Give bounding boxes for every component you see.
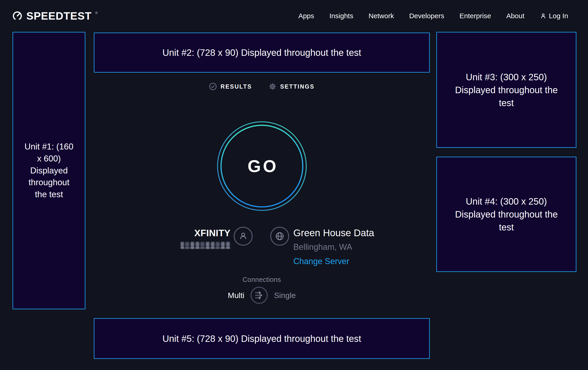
tab-results[interactable]: RESULTS [209, 83, 252, 90]
user-icon [540, 12, 547, 19]
ad-unit-4-text: Unit #4: (300 x 250) Displayed throughou… [454, 195, 558, 234]
change-server-link[interactable]: Change Server [293, 257, 374, 266]
tab-settings-label: SETTINGS [280, 83, 315, 90]
speedtest-logo[interactable]: SPEEDTEST ® [12, 11, 98, 21]
top-nav-bar: SPEEDTEST ® Apps Insights Network Develo… [0, 0, 588, 32]
server-info: Green House Data Bellingham, WA Change S… [293, 228, 374, 266]
gear-icon [269, 83, 276, 90]
nav-item-insights[interactable]: Insights [329, 12, 353, 20]
check-circle-icon [209, 83, 217, 90]
server-badge [270, 227, 289, 246]
isp-badge [234, 227, 253, 246]
connections-toggle-icon[interactable] [250, 287, 268, 304]
speedtest-page: SPEEDTEST ® Apps Insights Network Develo… [0, 0, 588, 370]
trademark-symbol: ® [95, 11, 98, 15]
connections-single-option[interactable]: Single [274, 291, 296, 300]
server-name: Green House Data [293, 228, 374, 239]
ad-unit-2-text: Unit #2: (728 x 90) Displayed throughout… [162, 46, 361, 59]
nav-item-apps[interactable]: Apps [298, 12, 314, 20]
logo-wordmark: SPEEDTEST [26, 11, 92, 21]
ad-unit-1-skyscraper[interactable]: Unit #1: (160 x 600) Displayed throughou… [12, 32, 85, 309]
login-label: Log In [549, 12, 568, 20]
connections-toggle-row: Multi Single [94, 287, 430, 304]
nav-item-about[interactable]: About [506, 12, 524, 20]
go-button[interactable]: GO [217, 121, 307, 211]
view-tabs: RESULTS [94, 83, 430, 90]
ad-unit-1-text: Unit #1: (160 x 600) Displayed throughou… [23, 141, 75, 200]
ad-unit-4-rectangle[interactable]: Unit #4: (300 x 250) Displayed throughou… [436, 157, 577, 272]
nav-item-enterprise[interactable]: Enterprise [459, 12, 491, 20]
nav-menu: Apps Insights Network Developers Enterpr… [298, 12, 568, 20]
ad-unit-2-leaderboard[interactable]: Unit #2: (728 x 90) Displayed throughout… [94, 32, 430, 73]
nav-item-developers[interactable]: Developers [409, 12, 444, 20]
tab-settings[interactable]: SETTINGS [269, 83, 315, 90]
go-button-label: GO [245, 156, 278, 176]
login-button[interactable]: Log In [540, 12, 568, 20]
speedometer-gauge-icon [12, 11, 23, 21]
globe-icon [274, 231, 285, 241]
connections-multi-option[interactable]: Multi [228, 291, 244, 300]
isp-name: XFINITY [166, 228, 231, 238]
ad-unit-3-rectangle[interactable]: Unit #3: (300 x 250) Displayed throughou… [436, 32, 577, 148]
server-location: Bellingham, WA [293, 242, 374, 252]
ad-unit-3-text: Unit #3: (300 x 250) Displayed throughou… [454, 70, 558, 109]
nav-item-network[interactable]: Network [368, 12, 394, 20]
connections-label: Connections [94, 276, 430, 283]
ad-unit-5-text: Unit #5: (728 x 90) Displayed throughout… [162, 332, 361, 345]
isp-ip-redacted [181, 242, 231, 249]
tab-results-label: RESULTS [220, 83, 252, 90]
person-icon [238, 231, 248, 241]
ad-unit-5-leaderboard[interactable]: Unit #5: (728 x 90) Displayed throughout… [94, 318, 430, 359]
